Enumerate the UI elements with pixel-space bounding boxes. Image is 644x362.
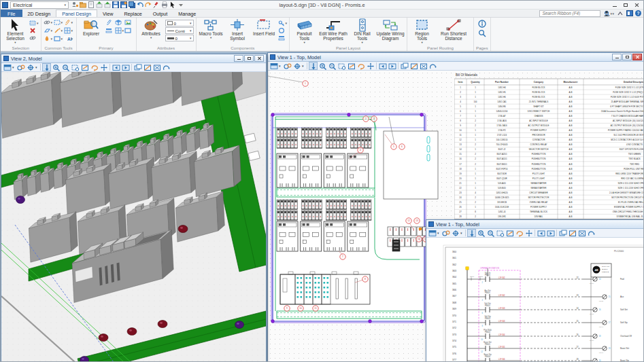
line-style-dropdown[interactable]: Conti▾ [165,27,194,34]
saved-views-icon[interactable] [428,62,437,70]
window-area-icon[interactable] [496,229,505,237]
edit-wire-path-button[interactable]: Edit Wire Path Properties [318,18,348,41]
save-icon[interactable] [112,1,119,9]
run-shortest-distance-button[interactable]: Run Shortest Distance [436,18,471,41]
balloon-callout[interactable]: 6 [399,144,405,149]
view-minimize-button[interactable] [612,54,622,60]
update-wiring-diagram-button[interactable]: Update Wiring Diagram [376,18,405,41]
view2-titlebar[interactable]: View 2, Model [1,54,266,63]
zoom-out-icon[interactable] [486,229,495,237]
save-all-icon[interactable] [128,1,135,9]
clip-volume-icon[interactable] [568,229,577,237]
zoom-in-icon[interactable] [52,63,61,71]
balloon-callout[interactable]: 12 [406,218,411,223]
maximize-button[interactable] [620,1,631,9]
workflow-selector[interactable]: Electrical ▾ [10,1,69,9]
boundary-tool-icon[interactable]: ▾ [54,35,64,42]
clip-mask-icon[interactable] [419,62,428,70]
element-selection-cursor-icon[interactable] [169,1,176,9]
collapse-ribbon-icon[interactable] [616,10,624,17]
saved-views-icon[interactable] [162,63,171,71]
pan-view-icon[interactable] [99,63,108,71]
copy-view-icon[interactable] [133,63,142,71]
schematic-titlebar[interactable]: View 1 - Top, Model [426,220,644,229]
attach-tools-icon[interactable] [105,19,115,26]
view-next-icon[interactable] [121,63,130,71]
view-close-button[interactable] [254,55,264,62]
page-info-icon[interactable] [478,20,486,28]
tab-replace[interactable]: Replace [118,10,147,17]
tab-file[interactable]: File [1,10,22,17]
schematic-canvas[interactable]: 3603613623633643653663673683693703713723… [426,238,644,362]
models-icon[interactable] [115,19,124,26]
close-button[interactable] [631,1,642,9]
balloon-callout[interactable]: 13 [414,218,420,223]
view1-titlebar[interactable]: View 1 - Top, Model [268,53,644,62]
view1-schematic-window[interactable]: View 1 - Top, Model ▾▾ 36036136236336436… [426,219,644,362]
zoom-out-icon[interactable] [328,62,337,70]
tab-view[interactable]: View [97,10,118,17]
clip-mask-icon[interactable] [152,63,161,71]
active-color-dropdown[interactable]: 0▾ [165,20,194,26]
view-groups-icon[interactable] [283,62,292,70]
fit-view-icon[interactable] [505,229,514,237]
insert-field-button[interactable]: Insert Field [252,18,277,37]
explorer-button[interactable]: Explorer [79,18,104,37]
zoom-in-icon[interactable] [318,62,327,70]
balloon-callout[interactable]: 3 [371,116,377,122]
fence-tools-icon[interactable]: ▾ [29,20,39,26]
help-icon[interactable]: ? [635,10,641,16]
lasso-icon[interactable]: ▾ [64,19,74,26]
element-selection-button[interactable]: Element Selection ▾ [3,18,28,44]
balloon-callout[interactable]: 9 [284,306,290,311]
zoom-out-icon[interactable] [61,63,70,71]
balloon-callout[interactable]: 1 [303,81,308,86]
redo-icon[interactable] [144,1,152,9]
view-properties-icon[interactable] [26,63,35,71]
balloon-callout[interactable]: 10 [298,306,303,311]
ribbon-search[interactable]: ▾ [539,10,600,17]
align-symbols-icon[interactable] [278,35,288,41]
app-titlebar[interactable]: Electrical ▾ layout-5.dgn [3D - V8 DGN] … [1,1,643,10]
insert-symbol-button[interactable]: Insert Symbol [225,18,250,41]
balloon-callout[interactable]: 5 [391,144,396,149]
view-display-menu-icon[interactable] [428,229,437,237]
print-icon[interactable] [160,1,168,9]
view-next-icon[interactable] [546,229,555,237]
undo-icon[interactable] [136,1,143,9]
view-restore-button[interactable] [244,55,254,62]
balloon-callout[interactable]: 4 [358,147,363,153]
balloon-callout[interactable]: 7 [340,254,345,259]
view-close-button[interactable] [632,54,642,60]
tab-panel-design[interactable]: Panel Design [56,10,97,17]
tab-output[interactable]: Output [148,10,173,17]
element-pointer-icon[interactable] [42,63,51,71]
open-folder-icon[interactable] [79,1,86,9]
link-selection-icon[interactable] [29,35,39,41]
copy-view-icon[interactable] [400,62,409,70]
window-layout-icon[interactable] [626,10,633,17]
element-pointer-icon[interactable] [467,229,476,237]
level-manager-icon[interactable] [105,27,115,34]
balloon-callout[interactable]: 14 [416,236,422,242]
view-previous-icon[interactable] [112,63,120,71]
cells-icon[interactable]: ▾ [115,27,124,34]
din-rail-tools-button[interactable]: DIN Rail Tools ▾ [350,18,375,44]
zoom-in-icon[interactable] [477,229,486,237]
view2-window[interactable]: View 2, Model ▾▾ [1,54,267,362]
pan-view-icon[interactable] [366,62,375,70]
view-restore-button[interactable] [622,54,632,60]
flame-tool-icon[interactable]: ▾ [44,35,54,42]
tab-2d-design[interactable]: 2D Design [22,10,56,17]
fit-view-icon[interactable] [347,62,356,70]
view-display-menu-icon[interactable] [269,62,278,70]
new-file-icon[interactable] [87,1,95,9]
chevron-down-icon[interactable]: ▾ [302,64,305,68]
view-groups-icon[interactable] [441,229,450,237]
rotate-view-icon[interactable] [515,229,524,237]
chevron-down-icon[interactable]: ▾ [279,64,282,68]
references-icon[interactable] [124,27,134,34]
page-search-icon[interactable] [478,29,486,37]
pin-icon[interactable] [152,1,160,9]
check-out-icon[interactable] [95,1,103,9]
